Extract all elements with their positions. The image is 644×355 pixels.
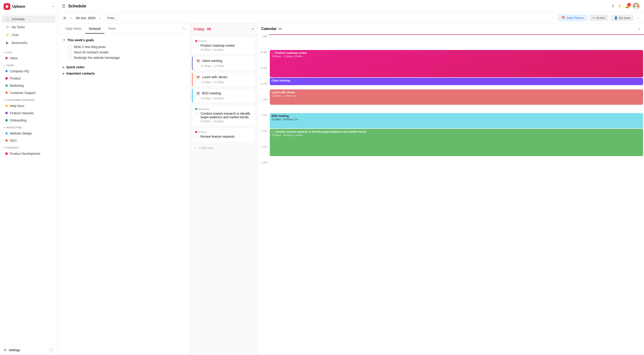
sidebar-item-website-design[interactable]: Website Design xyxy=(2,130,55,137)
cal-event-cal-event-2[interactable]: Client meeting xyxy=(270,78,643,85)
goal-1-checkbox[interactable] xyxy=(68,45,72,49)
sidebar-item-marketing[interactable]: Marketing xyxy=(2,82,55,89)
cal-event-cal-event-5[interactable]: Conduct market research to identify targ… xyxy=(270,129,643,156)
sidebar-item-feature-requests[interactable]: Feature requests xyxy=(2,110,55,116)
customer-support-section-header[interactable]: ▾ CUSTOMER SUPPORT xyxy=(0,96,57,102)
time-label-14: 2 PM xyxy=(258,113,269,117)
quick-notes-header[interactable]: ▶ Quick notes xyxy=(63,64,184,70)
task-5-checkbox[interactable] xyxy=(195,112,199,115)
logo-chevron-icon[interactable]: ▾ xyxy=(52,5,54,8)
task-title-row-6: Review feature requests xyxy=(195,135,252,138)
next-date-button[interactable]: › xyxy=(98,15,102,21)
daily-planner-label: Daily Planner xyxy=(566,16,584,20)
today-button[interactable]: Today xyxy=(104,15,118,21)
settings-label: Settings xyxy=(9,348,20,352)
product-dot xyxy=(5,77,8,80)
daily-planner-button[interactable]: 📅 Daily Planner xyxy=(558,15,587,21)
list-icon: ≡ xyxy=(593,16,595,20)
team-section-header[interactable]: ▸ TEAM xyxy=(0,62,57,68)
cal-event-checkbox xyxy=(272,131,274,133)
logo-icon xyxy=(4,3,10,10)
task-1-checkbox[interactable] xyxy=(195,44,199,47)
calendar-title: Calendar xyxy=(261,27,276,31)
notification-badge: 2 xyxy=(627,3,631,7)
product-dev-label: Product Development xyxy=(10,152,40,155)
my-tasks-button[interactable]: 👤 My tasks xyxy=(611,15,634,21)
help-docs-label: Help Docs xyxy=(10,104,24,108)
lightning-icon: ⚡ xyxy=(6,33,10,37)
sidebar-item-onboarding[interactable]: Onboarding xyxy=(2,117,55,124)
svg-point-2 xyxy=(634,7,638,10)
notepad-tabs: Daily Notes Notepad Timer ⤡ xyxy=(58,24,190,34)
product-section-label: PRODUCT xyxy=(6,146,19,149)
day-name: Friday xyxy=(194,27,204,31)
sidebar-item-company-hq[interactable]: Company HQ xyxy=(2,68,55,75)
goal-1-label: Write 2 new blog posts xyxy=(74,45,106,49)
cal-event-title: Conduct market research to identify targ… xyxy=(272,130,641,133)
add-task-icon[interactable]: + xyxy=(251,27,254,32)
sidebar-item-product[interactable]: Product xyxy=(2,75,55,82)
task-6-checkbox[interactable] xyxy=(195,135,199,138)
sidebar-item-chat[interactable]: ⚡ Chat xyxy=(2,31,55,39)
cal-event-time: 10:00am - 11:45am | 1h45m xyxy=(272,55,641,58)
time-label-16: 4 PM xyxy=(258,145,269,148)
notification-icon[interactable]: 🔔 2 xyxy=(625,4,630,8)
lists-section-header[interactable]: ▾ Lists xyxy=(0,49,57,55)
sidebar-footer[interactable]: ⚙ Settings ? xyxy=(0,345,57,355)
sidebar-item-product-development[interactable]: Product Development xyxy=(2,150,55,157)
time-line-9 xyxy=(269,34,644,50)
cal-event-cal-event-3[interactable]: Lunch with James 12:30pm - 1:30pm | 1h xyxy=(270,89,643,105)
time-label-15: 3 PM xyxy=(258,129,269,132)
logo-area[interactable]: Upbase ▾ xyxy=(0,0,57,13)
cal-event-cal-event-1[interactable]: Product roadmap review 10:00am - 11:45am… xyxy=(270,50,643,77)
sidebar-item-inbox[interactable]: Inbox xyxy=(2,55,55,62)
important-contacts-header[interactable]: ▶ Important contacts xyxy=(63,70,184,77)
tab-timer[interactable]: Timer xyxy=(104,24,120,34)
task-5-time: 03:00pm - 04:45pm xyxy=(195,120,252,123)
lightning-topbar-icon[interactable]: ⚡ xyxy=(618,4,622,8)
marketing-section-header[interactable]: ▾ MARKETING xyxy=(0,124,57,130)
expand-calendar-icon[interactable]: ↗ xyxy=(638,27,640,31)
calendar-panel: Calendar 8h ↗ 9 AM 10 AM 11 AM 12 PM 1 P… xyxy=(258,24,644,355)
goal-2-checkbox[interactable] xyxy=(68,51,72,54)
topbar-icons: ⠿ ⚡ 🔔 2 xyxy=(612,3,640,10)
time-label-13: 1 PM xyxy=(258,97,269,101)
team-section-label: TEAM xyxy=(6,64,14,67)
product-section-header[interactable]: ▾ PRODUCT xyxy=(0,144,57,150)
calendar-view-icon[interactable]: ⊞ xyxy=(62,15,68,21)
tab-daily-notes[interactable]: Daily Notes xyxy=(62,24,85,34)
prev-date-button[interactable]: ‹ xyxy=(69,15,73,21)
tab-notepad[interactable]: Notepad xyxy=(85,24,104,34)
current-time-indicator xyxy=(269,35,644,35)
menu-icon[interactable]: ☰ xyxy=(62,4,66,9)
goals-title: This week's goals xyxy=(67,38,94,42)
sidebar-item-schedule[interactable]: □ Schedule xyxy=(2,15,55,23)
lists-section-label: Lists xyxy=(6,51,12,54)
sidebar-item-customer-support[interactable]: Customer Support xyxy=(2,89,55,96)
goal-3-checkbox[interactable] xyxy=(68,56,72,60)
add-task-icon-plus: + xyxy=(195,146,196,150)
marketing-dot xyxy=(6,85,8,87)
sidebar-item-help-docs[interactable]: Help Docs xyxy=(2,103,55,109)
collapse-notepad-icon[interactable]: ⤡ xyxy=(183,27,186,31)
marketing-label-icon xyxy=(195,108,197,110)
customer-support-label: Customer Support xyxy=(10,91,36,95)
sidebar-label-my-tasks: My Tasks xyxy=(12,25,25,29)
sidebar-item-seo[interactable]: SEO xyxy=(2,137,55,144)
more-options-icon[interactable]: ··· xyxy=(636,16,640,20)
help-icon[interactable]: ? xyxy=(49,348,54,352)
grid-icon[interactable]: ⠿ xyxy=(612,4,614,8)
sidebar-item-bookmarks[interactable]: ▶ Bookmarks xyxy=(2,39,55,47)
cal-event-cal-event-4[interactable]: BOD meeting 02:00pm - 03:00pm | 1h xyxy=(270,113,643,128)
task-title-row-5: Conduct market research to identify targ… xyxy=(195,112,252,119)
calendar-icon: □ xyxy=(6,17,10,21)
goals-header[interactable]: ▼ This week's goals xyxy=(63,38,184,42)
sidebar: Upbase ▾ □ Schedule ⊙ My Tasks ⚡ Chat ▶ … xyxy=(0,0,58,355)
marketing-section-label: MARKETING xyxy=(6,126,22,129)
sidebar-item-my-tasks[interactable]: ⊙ My Tasks xyxy=(2,23,55,31)
notepad-panel: Daily Notes Notepad Timer ⤡ ▼ This week'… xyxy=(58,24,190,355)
user-avatar[interactable] xyxy=(633,3,640,10)
product-label-icon xyxy=(195,40,197,42)
all-lists-button[interactable]: ≡ All lists xyxy=(590,15,608,21)
add-task-row[interactable]: + + Add task xyxy=(192,144,256,152)
